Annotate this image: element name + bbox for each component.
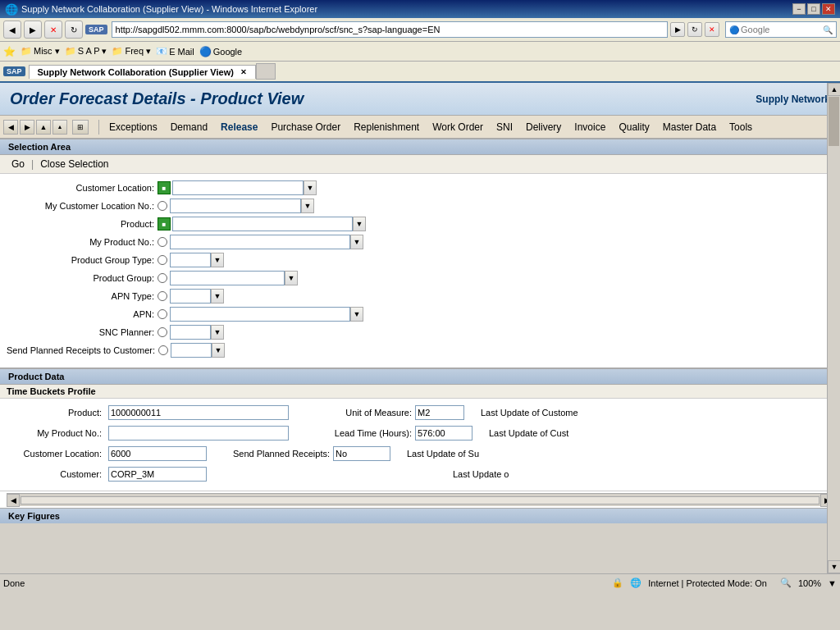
new-tab-button[interactable] <box>256 63 276 80</box>
customer-data-input[interactable] <box>108 467 207 482</box>
my-customer-location-radio[interactable] <box>158 201 167 211</box>
go-button[interactable]: Go <box>7 158 30 171</box>
menu-work-order[interactable]: Work Order <box>426 119 490 135</box>
zoom-dropdown-icon[interactable]: ▼ <box>828 578 837 588</box>
apn-lookup-button[interactable]: ▼ <box>350 307 363 322</box>
tab-label: Supply Network Collaboration (Supplier V… <box>38 67 234 77</box>
maximize-button[interactable]: □ <box>807 3 820 15</box>
scroll-left-button[interactable]: ◀ <box>7 494 20 507</box>
menu-invoice[interactable]: Invoice <box>568 119 612 135</box>
tab-supply-network[interactable]: Supply Network Collaboration (Supplier V… <box>29 65 256 79</box>
apn-type-input[interactable] <box>170 289 211 304</box>
menu-purchase-order[interactable]: Purchase Order <box>264 119 347 135</box>
product-data-product-label: Product: <box>7 408 105 418</box>
customer-location-label: Customer Location: <box>7 183 154 193</box>
product-group-lookup-button[interactable]: ▼ <box>285 271 298 285</box>
apn-type-label: APN Type: <box>7 291 154 301</box>
product-group-type-radio[interactable] <box>158 255 167 265</box>
apn-input[interactable] <box>170 307 350 322</box>
customer-location-lookup-button[interactable]: ▼ <box>304 180 317 195</box>
product-group-type-lookup-button[interactable]: ▼ <box>211 253 224 267</box>
apn-type-row: APN Type: ▼ <box>0 289 840 304</box>
product-group-type-input[interactable] <box>170 253 211 267</box>
customer-location-data-input[interactable] <box>108 446 207 461</box>
fav-sap[interactable]: 📁 S A P ▾ <box>65 46 107 57</box>
close-selection-button[interactable]: Close Selection <box>35 158 113 171</box>
forward-button[interactable]: ▶ <box>24 21 42 39</box>
stop-page-button[interactable]: ✕ <box>705 22 719 37</box>
refresh-button[interactable]: ↻ <box>65 21 83 39</box>
minimize-button[interactable]: − <box>792 3 806 15</box>
product-lookup-button[interactable]: ▼ <box>353 217 366 231</box>
vertical-scrollbar[interactable]: ▲ ▼ <box>827 83 840 573</box>
nav-forward-button[interactable]: ▶ <box>20 120 34 135</box>
send-planned-data-input[interactable] <box>333 446 390 461</box>
search-submit-icon[interactable]: 🔍 <box>823 25 833 34</box>
action-separator: | <box>30 158 35 170</box>
menu-tools[interactable]: Tools <box>723 119 759 135</box>
my-product-radio[interactable] <box>158 237 167 247</box>
customer-location-green-icon[interactable]: ■ <box>158 181 171 194</box>
horizontal-scrollbar[interactable]: ◀ ▶ <box>7 493 833 506</box>
send-planned-radio[interactable] <box>158 345 168 355</box>
product-green-icon[interactable]: ■ <box>158 217 171 231</box>
lead-time-input[interactable] <box>415 426 472 441</box>
address-bar[interactable] <box>112 21 668 38</box>
refresh-page-button[interactable]: ↻ <box>687 22 702 37</box>
scroll-up-button[interactable]: ▲ <box>828 83 840 96</box>
stop-button[interactable]: ✕ <box>44 21 62 39</box>
my-customer-location-row: My Customer Location No.: ▼ <box>0 199 840 213</box>
apn-radio[interactable] <box>158 309 167 319</box>
fav-freq[interactable]: 📁 Freq ▾ <box>112 46 151 57</box>
my-product-row: My Product No.: ▼ <box>0 235 840 249</box>
menu-delivery[interactable]: Delivery <box>519 119 568 135</box>
scroll-down-button[interactable]: ▼ <box>828 560 840 573</box>
fav-misc[interactable]: 📁 Misc ▾ <box>21 46 60 57</box>
last-update-cust-label: Last Update of Cust <box>489 428 568 438</box>
send-planned-input[interactable] <box>171 343 212 358</box>
product-group-radio[interactable] <box>158 273 167 283</box>
zoom-level: 100% <box>798 578 821 588</box>
menu-replenishment[interactable]: Replenishment <box>347 119 426 135</box>
nav-back-button[interactable]: ◀ <box>3 120 18 135</box>
search-input[interactable] <box>741 25 823 34</box>
status-bar: Done 🔒 🌐 Internet | Protected Mode: On 🔍… <box>0 573 840 591</box>
menu-demand[interactable]: Demand <box>164 119 214 135</box>
unit-of-measure-input[interactable] <box>415 405 464 420</box>
menu-sni[interactable]: SNI <box>490 119 519 135</box>
product-input[interactable] <box>172 217 353 231</box>
snc-planner-lookup-button[interactable]: ▼ <box>211 325 224 340</box>
supply-network-label: Supply Network <box>756 94 830 105</box>
send-planned-label: Send Planned Receipts to Customer: <box>7 345 155 355</box>
my-customer-location-input[interactable] <box>170 199 301 213</box>
go-button[interactable]: ▶ <box>670 22 685 37</box>
menu-release[interactable]: Release <box>214 119 264 135</box>
my-product-lookup-button[interactable]: ▼ <box>350 235 363 249</box>
snc-planner-input[interactable] <box>170 325 211 340</box>
nav-grid-button[interactable]: ⊞ <box>72 120 89 135</box>
menu-master-data[interactable]: Master Data <box>656 119 723 135</box>
my-product-data-input[interactable] <box>108 426 289 441</box>
customer-location-input[interactable] <box>172 180 304 195</box>
fav-email[interactable]: 📧 E Mail <box>156 46 194 57</box>
close-button[interactable]: ✕ <box>822 3 835 15</box>
page-title: Order Forecast Details - Product View <box>10 89 304 108</box>
nav-up-button[interactable]: ▲ <box>36 120 51 135</box>
product-group-input[interactable] <box>170 271 285 285</box>
fav-google[interactable]: 🔵 Google <box>199 46 242 57</box>
send-planned-lookup-button[interactable]: ▼ <box>212 343 225 358</box>
my-customer-location-lookup-button[interactable]: ▼ <box>301 199 314 213</box>
tab-close-icon[interactable]: ✕ <box>240 68 247 76</box>
product-data-header: Product Data <box>0 368 840 385</box>
snc-planner-radio[interactable] <box>158 327 167 337</box>
my-product-input[interactable] <box>170 235 350 249</box>
apn-type-lookup-button[interactable]: ▼ <box>211 289 224 304</box>
nav-down-button[interactable]: ▲ <box>52 120 67 135</box>
menu-exceptions[interactable]: Exceptions <box>103 119 164 135</box>
back-button[interactable]: ◀ <box>3 21 21 39</box>
horizontal-scroll-area: ◀ ▶ <box>0 491 840 508</box>
apn-type-radio[interactable] <box>158 291 167 301</box>
menu-quality[interactable]: Quality <box>612 119 655 135</box>
scroll-thumb[interactable] <box>829 97 839 146</box>
product-data-product-input[interactable] <box>108 405 289 420</box>
